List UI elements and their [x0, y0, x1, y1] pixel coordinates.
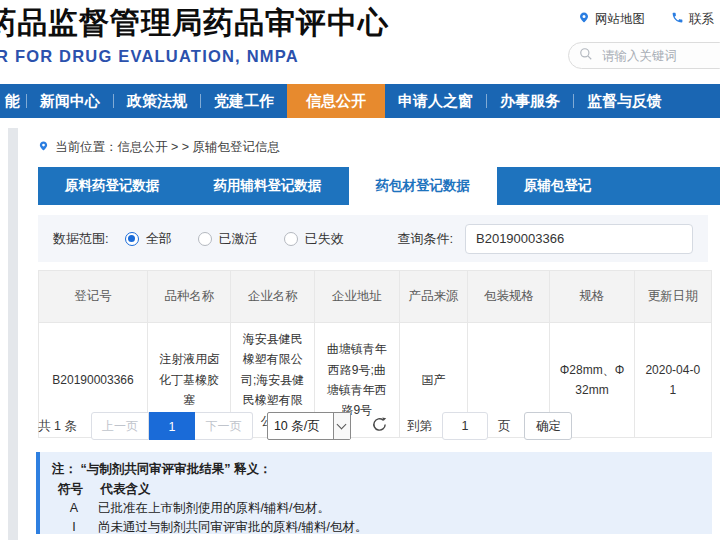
legend-symbol-header: 符号 [58, 482, 83, 496]
col-header-update-date: 更新日期 [634, 271, 711, 323]
nav-item-news[interactable]: 新闻中心 [27, 84, 113, 118]
footnote-row-a: A 已批准在上市制剂使用的原料/辅料/包材。 [52, 499, 702, 518]
radio-icon-activated[interactable] [198, 232, 212, 246]
col-header-reg-no: 登记号 [39, 271, 148, 323]
query-label: 查询条件: [397, 230, 453, 248]
col-header-origin: 产品来源 [399, 271, 468, 323]
pagination-bar: 共 1 条 上一页 1 下一页 10 条/页 到第 页 确定 [38, 411, 712, 441]
search-icon [579, 47, 593, 65]
select-arrow-box[interactable] [333, 413, 350, 439]
radio-option-activated[interactable]: 已激活 [198, 230, 258, 248]
radio-option-all[interactable]: 全部 [125, 230, 172, 248]
total-count-label: 共 1 条 [38, 418, 77, 435]
radio-icon-all[interactable] [125, 232, 139, 246]
legend-meaning: 已批准在上市制剂使用的原料/辅料/包材。 [98, 499, 330, 518]
col-header-product-name: 品种名称 [148, 271, 231, 323]
footnote-legend-header: 符号 代表含义 [58, 480, 702, 499]
filter-bar: 数据范围: 全部 已激活 已失效 查询条件: [38, 215, 708, 262]
legend-symbol: A [58, 499, 90, 518]
scope-label: 数据范围: [53, 230, 109, 248]
page-size-select[interactable]: 10 条/页 [267, 412, 351, 440]
header-quick-links: 网站地图 联系 [578, 10, 714, 28]
footnote-panel: 注： “与制剂共同审评审批结果” 释义： 符号 代表含义 A 已批准在上市制剂使… [36, 452, 712, 534]
goto-page-input[interactable] [442, 412, 488, 440]
nav-item-policy[interactable]: 政策法规 [114, 84, 200, 118]
next-page-button[interactable]: 下一页 [195, 412, 253, 440]
location-pin-icon [578, 10, 590, 28]
goto-page-suffix: 页 [498, 418, 511, 435]
nav-item-party[interactable]: 党建工作 [201, 84, 287, 118]
page-button-group: 上一页 1 下一页 [91, 412, 253, 440]
sitemap-link[interactable]: 网站地图 [578, 10, 645, 28]
radio-icon-expired[interactable] [284, 232, 298, 246]
col-header-spec: 规格 [550, 271, 634, 323]
chevron-down-icon [337, 419, 347, 429]
page-side-strip [8, 128, 18, 540]
table-header-row: 登记号 品种名称 企业名称 企业地址 产品来源 包装规格 规格 更新日期 [39, 271, 712, 323]
prev-page-button[interactable]: 上一页 [91, 412, 149, 440]
site-title-chinese: 药品监督管理局药品审评中心 [0, 3, 389, 44]
main-nav: 能 新闻中心 政策法规 党建工作 信息公开 申请人之窗 办事服务 监督与反馈 [0, 84, 720, 118]
site-search-box [568, 42, 720, 69]
legend-meaning: 尚未通过与制剂共同审评审批的原料/辅料/包材。 [98, 518, 367, 537]
breadcrumb-pin-icon [38, 139, 49, 156]
refresh-button[interactable] [371, 417, 389, 435]
phone-icon [671, 11, 684, 27]
footnote-row-i: I 尚未通过与制剂共同审评审批的原料/辅料/包材。 [52, 518, 702, 537]
col-header-company-name: 企业名称 [231, 271, 314, 323]
current-page-button[interactable]: 1 [149, 412, 195, 440]
footnote-title: 注： “与制剂共同审评审批结果” 释义： [52, 460, 702, 479]
site-title-english: R FOR DRUG EVALUATION, NMPA [0, 47, 299, 66]
legend-symbol: I [58, 518, 90, 537]
col-header-company-address: 企业地址 [314, 271, 399, 323]
tab-excipient-registration[interactable]: 药用辅料登记数据 [187, 167, 349, 205]
data-category-tabs: 原料药登记数据 药用辅料登记数据 药包材登记数据 原辅包登记 [38, 167, 720, 205]
legend-meaning-header: 代表含义 [100, 482, 150, 496]
breadcrumb-text: 当前位置：信息公开 > > 原辅包登记信息 [55, 139, 280, 156]
radio-option-expired[interactable]: 已失效 [284, 230, 344, 248]
tab-packaging-registration[interactable]: 药包材登记数据 [349, 167, 498, 205]
nav-item-applicant[interactable]: 申请人之窗 [385, 84, 486, 118]
query-input[interactable] [465, 224, 693, 254]
nav-item-info-disclosure[interactable]: 信息公开 [287, 84, 385, 118]
breadcrumb: 当前位置：信息公开 > > 原辅包登记信息 [38, 139, 280, 156]
search-input[interactable] [600, 48, 710, 64]
nav-item-partial[interactable]: 能 [0, 84, 26, 118]
confirm-button[interactable]: 确定 [524, 412, 572, 440]
nav-item-feedback[interactable]: 监督与反馈 [574, 84, 675, 118]
refresh-icon [371, 416, 388, 436]
tab-api-registration[interactable]: 原料药登记数据 [38, 167, 187, 205]
nav-item-services[interactable]: 办事服务 [487, 84, 573, 118]
goto-page-label: 到第 [407, 418, 432, 435]
col-header-packaging-spec: 包装规格 [468, 271, 550, 323]
tab-apiexcipient-overview[interactable]: 原辅包登记 [497, 167, 619, 205]
contact-label: 联系 [689, 11, 714, 28]
contact-link[interactable]: 联系 [671, 11, 714, 28]
sitemap-label: 网站地图 [595, 11, 645, 28]
